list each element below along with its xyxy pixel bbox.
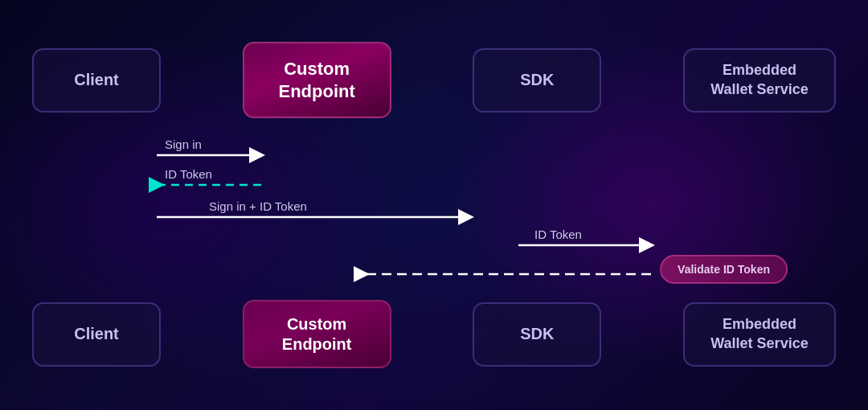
id-token-1-label: ID Token — [165, 167, 212, 181]
arrows-area: Sign in ID Token Sign in + ID Token ID T… — [32, 125, 836, 293]
custom-endpoint-bottom-node: CustomEndpoint — [243, 300, 391, 368]
client-top-node: Client — [32, 48, 161, 113]
sdk-top-node: SDK — [473, 48, 601, 113]
id-token-2-label: ID Token — [534, 228, 582, 241]
client-bottom-node: Client — [32, 302, 161, 367]
wallet-bottom-node: EmbeddedWallet Service — [683, 302, 836, 367]
sign-in-id-token-label: Sign in + ID Token — [209, 199, 307, 213]
diagram: Client CustomEndpoint SDK EmbeddedWallet… — [0, 0, 868, 410]
custom-endpoint-top-node: CustomEndpoint — [243, 42, 391, 118]
bottom-nodes-row: Client CustomEndpoint SDK EmbeddedWallet… — [32, 300, 836, 368]
validate-pill: Validate ID Token — [660, 255, 788, 284]
sdk-bottom-node: SDK — [473, 302, 601, 367]
wallet-top-node: EmbeddedWallet Service — [683, 48, 836, 113]
sign-in-label: Sign in — [165, 137, 202, 151]
top-nodes-row: Client CustomEndpoint SDK EmbeddedWallet… — [32, 42, 836, 118]
